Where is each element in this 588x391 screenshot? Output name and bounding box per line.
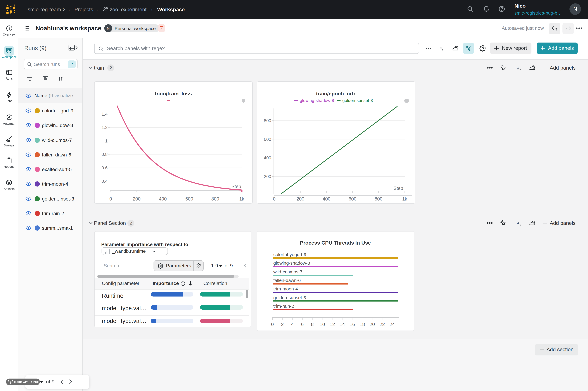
- svg-text:10: 10: [320, 322, 325, 327]
- svg-text:golden-sunset-3: golden-sunset-3: [273, 295, 306, 300]
- svg-text:200: 200: [133, 196, 141, 201]
- svg-text:fallen-dawn-6: fallen-dawn-6: [273, 278, 301, 283]
- svg-text:16: 16: [350, 322, 355, 327]
- svg-text:24: 24: [390, 322, 395, 327]
- svg-text:glowing-shadow-8: glowing-shadow-8: [273, 261, 310, 266]
- svg-text:Step: Step: [231, 184, 241, 189]
- svg-text:800: 800: [211, 196, 219, 201]
- svg-text:400: 400: [323, 196, 331, 201]
- svg-text:200: 200: [264, 174, 271, 179]
- svg-text:600: 600: [349, 196, 356, 201]
- svg-text:400: 400: [159, 196, 167, 201]
- svg-text:20: 20: [369, 322, 375, 327]
- svg-text:trim-rain-2: trim-rain-2: [273, 304, 294, 309]
- svg-text:800: 800: [374, 196, 382, 201]
- svg-text:: -: : -: [172, 98, 176, 103]
- svg-text:0.4: 0.4: [102, 179, 108, 184]
- svg-text:0.8: 0.8: [102, 152, 108, 157]
- svg-text:18: 18: [360, 322, 365, 327]
- svg-text:200: 200: [296, 196, 304, 201]
- svg-text:4: 4: [291, 322, 294, 327]
- svg-text:14: 14: [340, 322, 345, 327]
- svg-text:0: 0: [273, 196, 275, 201]
- svg-text:1.2: 1.2: [102, 125, 108, 130]
- svg-text:600: 600: [264, 137, 271, 142]
- svg-text:8: 8: [311, 322, 314, 327]
- svg-text:6: 6: [301, 322, 304, 327]
- svg-text:1k: 1k: [239, 196, 244, 201]
- svg-text:2: 2: [281, 322, 284, 327]
- svg-text:12: 12: [330, 322, 335, 327]
- svg-text:0.6: 0.6: [102, 165, 108, 170]
- svg-text:400: 400: [264, 155, 271, 160]
- svg-text:glowing-shadow-8: glowing-shadow-8: [300, 98, 334, 103]
- svg-text:800: 800: [264, 118, 271, 123]
- svg-text:golden-sunset-3: golden-sunset-3: [342, 98, 373, 103]
- svg-text:22: 22: [380, 322, 385, 327]
- svg-text:0: 0: [271, 322, 274, 327]
- svg-text:Process CPU Threads In Use: Process CPU Threads In Use: [300, 240, 371, 246]
- svg-text:1k: 1k: [402, 196, 407, 201]
- svg-text:x: x: [517, 65, 519, 69]
- svg-text:train/train_loss: train/train_loss: [155, 91, 192, 97]
- svg-text:train/epoch_ndx: train/epoch_ndx: [316, 91, 356, 97]
- svg-text:x: x: [517, 220, 519, 224]
- svg-text:trim-moon-4: trim-moon-4: [273, 286, 298, 291]
- svg-text:Step: Step: [393, 186, 403, 191]
- svg-text:x: x: [440, 45, 442, 50]
- svg-text:1: 1: [105, 139, 108, 143]
- svg-text:1.4: 1.4: [102, 112, 108, 116]
- svg-text:wild-cosmos-7: wild-cosmos-7: [273, 269, 303, 274]
- svg-text:colorful-yogurt-9: colorful-yogurt-9: [273, 252, 306, 257]
- svg-text:0: 0: [109, 196, 112, 201]
- svg-text:600: 600: [185, 196, 193, 201]
